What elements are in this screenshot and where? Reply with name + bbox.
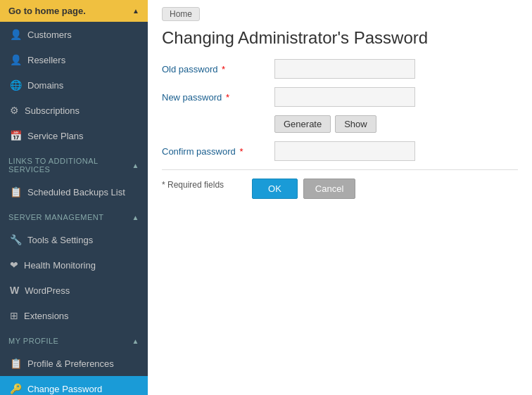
sidebar-item-label: Profile & Preferences xyxy=(27,358,114,369)
breadcrumb: Home xyxy=(148,0,532,25)
profile-icon: 📋 xyxy=(10,358,22,369)
section-server-header: Server Management ▲ xyxy=(0,207,148,227)
ok-button[interactable]: OK xyxy=(252,179,298,199)
subscriptions-icon: ⚙ xyxy=(10,105,19,116)
old-password-label: Old password * xyxy=(162,64,274,75)
section-profile-header: My Profile ▲ xyxy=(0,331,148,351)
required-marker: * xyxy=(219,64,225,75)
section-links-label: Links to Additional Services xyxy=(8,157,132,174)
required-marker: * xyxy=(223,92,229,103)
section-profile-label: My Profile xyxy=(8,337,58,345)
show-button[interactable]: Show xyxy=(335,115,376,133)
generate-button[interactable]: Generate xyxy=(274,115,331,133)
chevron-up-icon: ▲ xyxy=(132,7,139,15)
extensions-icon: ⊞ xyxy=(10,310,18,321)
sidebar-item-customers[interactable]: 👤 Customers xyxy=(0,22,148,47)
form-divider xyxy=(162,169,518,170)
sidebar-item-subscriptions[interactable]: ⚙ Subscriptions xyxy=(0,98,148,123)
sidebar-item-label: Customers xyxy=(27,30,72,40)
main-content: Home Changing Administrator's Password O… xyxy=(148,0,532,395)
sidebar-item-wordpress[interactable]: W WordPress xyxy=(0,278,148,303)
domains-icon: 🌐 xyxy=(10,79,22,91)
change-password-form: Old password * New password * Generate S… xyxy=(148,59,532,207)
confirm-password-input[interactable] xyxy=(274,141,415,161)
cancel-button[interactable]: Cancel xyxy=(303,179,355,199)
generate-show-row: Generate Show xyxy=(274,115,518,133)
section-links-header: Links to Additional Services ▲ xyxy=(0,151,148,179)
page-title: Changing Administrator's Password xyxy=(148,25,532,59)
section-links-chevron: ▲ xyxy=(132,162,139,169)
sidebar-item-profile-preferences[interactable]: 📋 Profile & Preferences xyxy=(0,351,148,376)
change-password-icon: 🔑 xyxy=(10,383,22,394)
sidebar-item-label: Scheduled Backups List xyxy=(27,187,125,198)
action-buttons: OK Cancel xyxy=(252,179,355,199)
required-marker: * xyxy=(237,146,243,157)
customers-icon: 👤 xyxy=(10,29,22,40)
tools-icon: 🔧 xyxy=(10,234,22,245)
sidebar-item-label: Tools & Settings xyxy=(27,235,93,245)
go-home-button[interactable]: Go to home page. ▲ xyxy=(0,0,148,22)
sidebar-item-extensions[interactable]: ⊞ Extensions xyxy=(0,303,148,328)
required-fields-note: * Required fields xyxy=(162,180,224,190)
service-plans-icon: 📅 xyxy=(10,130,22,141)
wordpress-icon: W xyxy=(10,285,19,296)
old-password-input[interactable] xyxy=(274,59,415,79)
sidebar-item-domains[interactable]: 🌐 Domains xyxy=(0,72,148,98)
sidebar-item-label: Extensions xyxy=(24,311,69,321)
sidebar-item-change-password[interactable]: 🔑 Change Password xyxy=(0,376,148,395)
new-password-row: New password * xyxy=(162,87,518,107)
sidebar-item-label: Domains xyxy=(27,80,63,91)
section-profile-chevron: ▲ xyxy=(132,337,139,345)
sidebar-item-resellers[interactable]: 👤 Resellers xyxy=(0,47,148,72)
scheduled-backups-icon: 📋 xyxy=(10,186,22,198)
health-icon: ❤ xyxy=(10,259,18,271)
confirm-password-label: Confirm password * xyxy=(162,146,274,157)
sidebar-item-label: WordPress xyxy=(25,285,70,296)
breadcrumb-home[interactable]: Home xyxy=(162,7,200,21)
sidebar-item-service-plans[interactable]: 📅 Service Plans xyxy=(0,123,148,148)
sidebar-item-label: Resellers xyxy=(27,55,65,65)
sidebar-item-scheduled-backups[interactable]: 📋 Scheduled Backups List xyxy=(0,179,148,205)
old-password-row: Old password * xyxy=(162,59,518,79)
sidebar-item-label: Health Monitoring xyxy=(24,260,96,271)
sidebar-item-tools-settings[interactable]: 🔧 Tools & Settings xyxy=(0,227,148,252)
new-password-input[interactable] xyxy=(274,87,415,107)
sidebar-item-label: Service Plans xyxy=(27,131,83,141)
section-server-label: Server Management xyxy=(8,213,103,221)
section-server-chevron: ▲ xyxy=(132,214,139,221)
sidebar-item-health-monitoring[interactable]: ❤ Health Monitoring xyxy=(0,252,148,278)
sidebar: Go to home page. ▲ 👤 Customers 👤 Reselle… xyxy=(0,0,148,395)
new-password-label: New password * xyxy=(162,92,274,103)
confirm-password-row: Confirm password * xyxy=(162,141,518,161)
resellers-icon: 👤 xyxy=(10,54,22,65)
sidebar-item-label: Change Password xyxy=(27,384,102,394)
go-home-label: Go to home page. xyxy=(8,6,86,16)
sidebar-item-label: Subscriptions xyxy=(25,105,80,116)
